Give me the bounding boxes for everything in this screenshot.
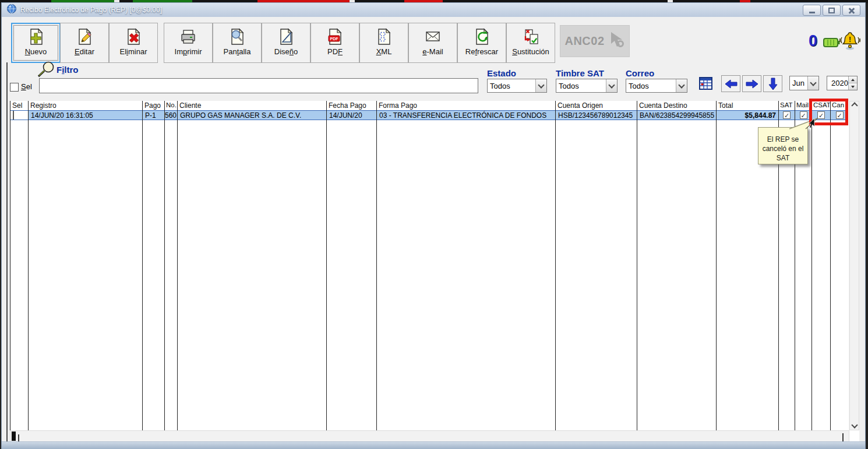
refresh-icon — [472, 26, 491, 47]
chevron-down-icon — [538, 82, 544, 88]
editar-button[interactable]: Editar — [60, 23, 109, 63]
row-cell-can — [831, 110, 848, 120]
chevron-down-icon — [608, 82, 615, 88]
spin-up-icon — [851, 79, 855, 81]
column-header[interactable]: Can — [831, 101, 848, 110]
row-cell-pago[interactable]: P-1 — [143, 110, 164, 120]
xml-label: XML — [376, 47, 392, 56]
column-header[interactable]: SAT — [779, 101, 795, 110]
select-all-checkbox[interactable] — [10, 83, 19, 92]
column-header[interactable]: Cuenta Origen — [556, 101, 637, 110]
email-button[interactable]: e-Mail — [408, 23, 457, 63]
filter-search-input[interactable] — [39, 78, 478, 93]
month-dropdown[interactable]: Jun — [789, 76, 819, 90]
year-spin-buttons — [848, 76, 857, 90]
vertical-scrollbar[interactable] — [849, 101, 859, 430]
column-header[interactable]: No. — [165, 101, 177, 110]
row-cell-total[interactable]: $5,844.87 — [717, 110, 778, 120]
year-spinner[interactable]: 2020 — [827, 76, 858, 90]
close-button[interactable] — [842, 5, 860, 16]
estado-dropdown[interactable]: Todos — [487, 79, 547, 93]
row-cell-sel — [10, 110, 28, 120]
eliminar-label: Eliminar — [120, 47, 147, 56]
refrescar-label: Refrescar — [465, 47, 498, 56]
row-cell-cuenta-destino[interactable]: BAN/623854299945855 — [637, 110, 716, 120]
estado-value: Todos — [488, 82, 535, 90]
year-down-button[interactable] — [849, 83, 857, 90]
refrescar-button[interactable]: Refrescar — [457, 23, 506, 63]
column-header[interactable]: Forma Pago — [377, 101, 555, 110]
column-fecha-pago: Fecha Pago 14/JUN/20 — [327, 101, 377, 430]
column-header[interactable]: Mail — [795, 101, 811, 110]
pdf-icon: PDF — [326, 26, 344, 47]
column-header[interactable]: Fecha Pago — [327, 101, 376, 110]
pantalla-button[interactable]: Pantalla — [213, 23, 262, 63]
column-header[interactable]: Total — [717, 101, 778, 110]
filtro-label: Filtro — [57, 65, 79, 75]
pdf-label: PDF — [327, 47, 343, 56]
estado-dropdown-arrow[interactable] — [535, 79, 546, 92]
previous-month-button[interactable] — [721, 75, 740, 92]
minimize-button[interactable] — [803, 5, 821, 16]
column-header[interactable]: Registro — [29, 101, 142, 110]
column-header[interactable]: CSAT — [812, 101, 830, 110]
maximize-button[interactable] — [823, 5, 841, 16]
diseno-button[interactable]: Diseño — [262, 23, 310, 63]
pdf-button[interactable]: PDF PDF — [310, 23, 359, 63]
correo-value: Todos — [626, 82, 676, 90]
calendar-grid-icon[interactable] — [699, 77, 712, 92]
panel-left-edge — [6, 62, 8, 442]
row-cell-no[interactable]: 560 — [165, 110, 177, 120]
column-cliente: Cliente GRUPO GAS MANAGER S.A. DE C.V. — [178, 101, 327, 430]
can-checkbox[interactable] — [836, 111, 844, 119]
timbre-sat-value: Todos — [556, 82, 606, 90]
timbre-dropdown-arrow[interactable] — [606, 79, 617, 92]
timbre-sat-label: Timbre SAT — [556, 68, 604, 78]
go-down-button[interactable] — [763, 75, 782, 92]
alert-bell-icon[interactable]: ! — [838, 31, 862, 54]
row-cell-cuenta-origen[interactable]: HSB/123456789012345 — [556, 110, 637, 120]
nuevo-button[interactable]: Nuevo — [11, 23, 61, 63]
year-up-button[interactable] — [849, 76, 857, 83]
row-cell-fecha-pago[interactable]: 14/JUN/20 — [327, 110, 376, 120]
click-hand-icon — [608, 31, 625, 51]
column-can: Can — [831, 101, 848, 430]
email-label: e-Mail — [422, 47, 443, 56]
correo-dropdown[interactable]: Todos — [626, 79, 687, 93]
column-csat: CSAT — [812, 101, 831, 430]
arrow-left-icon — [725, 79, 738, 89]
new-document-icon — [27, 26, 45, 47]
horizontal-scroll-thumb[interactable] — [12, 432, 16, 441]
column-header[interactable]: Cuenta Destino — [637, 101, 716, 110]
editar-label: Editar — [75, 47, 94, 56]
column-header[interactable]: Sel — [10, 101, 28, 110]
correo-dropdown-arrow[interactable] — [676, 79, 687, 92]
nuevo-label: Nuevo — [25, 47, 47, 56]
column-header[interactable]: Cliente — [178, 101, 326, 110]
app-icon — [6, 3, 17, 16]
row-cell-forma-pago[interactable]: 03 - TRANSFERENCIA ELECTRÓNICA DE FONDOS — [377, 110, 555, 120]
row-cell-registro[interactable]: 14/JUN/20 16:31:05 — [29, 110, 142, 120]
month-dropdown-arrow[interactable] — [807, 76, 818, 90]
edit-pencil-icon — [75, 26, 94, 47]
timbre-sat-dropdown[interactable]: Todos — [556, 79, 618, 93]
column-header[interactable]: Pago — [143, 101, 164, 110]
scroll-down-button[interactable] — [850, 420, 859, 430]
diseno-label: Diseño — [274, 47, 298, 56]
imprimir-button[interactable]: Imprimir — [164, 23, 213, 63]
correo-label: Correo — [626, 68, 654, 78]
maximize-icon — [828, 8, 835, 13]
horizontal-scrollbar[interactable] — [10, 430, 849, 442]
next-month-button[interactable] — [742, 75, 761, 92]
row-select-checkbox[interactable] — [13, 110, 14, 120]
scroll-up-button[interactable] — [850, 101, 859, 111]
anc02-button[interactable]: ANC02 — [560, 25, 630, 57]
row-cell-cliente[interactable]: GRUPO GAS MANAGER S.A. DE C.V. — [178, 110, 326, 120]
sustitucion-button[interactable]: Sustitución — [506, 23, 555, 63]
xml-button[interactable]: XML — [359, 23, 408, 63]
substitution-icon — [521, 26, 540, 47]
month-value: Jun — [790, 79, 807, 87]
scrollbar-corner — [849, 430, 859, 442]
eliminar-button[interactable]: Eliminar — [109, 23, 158, 63]
chevron-down-icon — [810, 79, 816, 86]
